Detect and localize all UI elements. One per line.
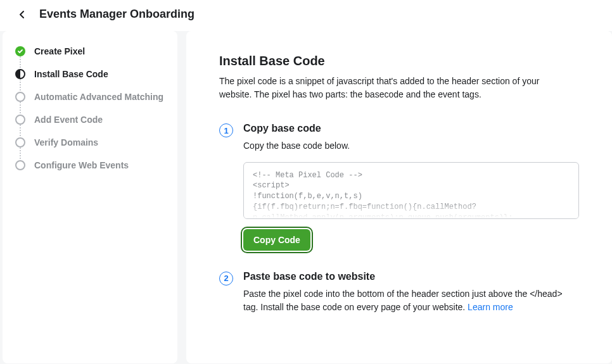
step-verify-domains[interactable]: Verify Domains [15,137,165,147]
check-icon [15,46,25,56]
half-circle-icon [15,69,25,79]
step-number-icon: 2 [219,272,233,286]
main-description: The pixel code is a snippet of javascrip… [219,75,574,101]
substep-title: Paste base code to website [243,271,579,282]
copy-code-button[interactable]: Copy Code [243,229,310,251]
substep-desc-text: Paste the pixel code into the bottom of … [243,289,563,313]
chevron-left-icon [19,10,25,19]
step-create-pixel[interactable]: Create Pixel [15,46,165,56]
step-install-base-code[interactable]: Install Base Code [15,69,165,79]
empty-circle-icon [15,137,25,147]
fade-overlay [244,201,578,218]
step-label: Configure Web Events [34,160,129,170]
empty-circle-icon [15,160,25,170]
page-title: Events Manager Onboarding [39,8,194,21]
empty-circle-icon [15,92,25,102]
step-connector [20,125,21,139]
back-button[interactable] [18,10,27,19]
step-connector [20,102,21,116]
substep-copy-base-code: 1 Copy base code Copy the base code belo… [219,123,579,251]
step-connector [20,56,21,70]
step-number-icon: 1 [219,123,233,137]
step-configure-web-events[interactable]: Configure Web Events [15,160,165,170]
step-connector [20,79,21,93]
step-label: Create Pixel [34,46,85,56]
learn-more-link[interactable]: Learn more [468,302,513,312]
empty-circle-icon [15,115,25,125]
page-header: Events Manager Onboarding [0,0,612,31]
substep-description: Paste the pixel code into the bottom of … [243,287,579,315]
main-title: Install Base Code [219,54,579,68]
step-automatic-advanced-matching[interactable]: Automatic Advanced Matching [15,92,165,102]
step-label: Automatic Advanced Matching [34,92,163,102]
step-label: Add Event Code [34,115,103,125]
main-panel: Install Base Code The pixel code is a sn… [186,31,612,363]
step-connector [20,147,21,161]
substep-title: Copy base code [243,123,579,134]
substep-paste-base-code: 2 Paste base code to website Paste the p… [219,271,579,315]
substep-description: Copy the base code below. [243,139,579,153]
steps-sidebar: Create Pixel Install Base Code Automatic… [3,31,177,363]
step-add-event-code[interactable]: Add Event Code [15,115,165,125]
step-label: Install Base Code [34,69,108,79]
step-label: Verify Domains [34,137,98,147]
code-snippet-box[interactable]: <!-- Meta Pixel Code --> <script> !funct… [243,162,579,219]
